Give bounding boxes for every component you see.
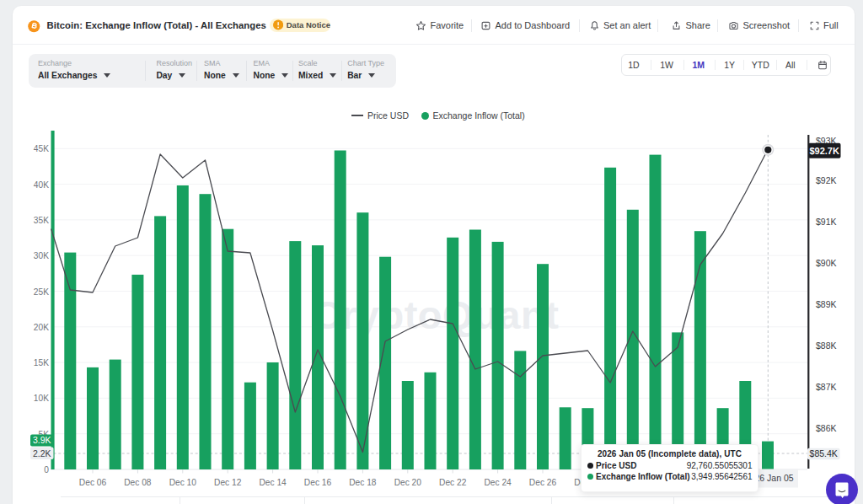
svg-text:$87K: $87K: [816, 382, 837, 392]
svg-text:CryptoQuant: CryptoQuant: [313, 292, 560, 337]
svg-text:Dec 22: Dec 22: [439, 478, 467, 487]
svg-text:$86K: $86K: [816, 423, 837, 433]
svg-text:$90K: $90K: [816, 258, 837, 268]
svg-text:45K: 45K: [34, 144, 49, 153]
svg-text:10K: 10K: [34, 394, 49, 403]
svg-text:20K: 20K: [34, 323, 49, 332]
svg-text:15K: 15K: [34, 358, 49, 367]
svg-text:Dec 24: Dec 24: [484, 478, 512, 487]
svg-text:Dec 16: Dec 16: [304, 478, 332, 487]
svg-text:35K: 35K: [34, 216, 49, 225]
svg-text:$92.7K: $92.7K: [809, 146, 839, 156]
svg-text:0: 0: [44, 465, 49, 475]
svg-text:25K: 25K: [34, 287, 49, 297]
svg-text:$85.4K: $85.4K: [810, 448, 838, 458]
svg-text:$88K: $88K: [816, 340, 837, 351]
svg-text:Dec 14: Dec 14: [259, 478, 287, 487]
svg-text:30K: 30K: [34, 251, 49, 260]
svg-text:$89K: $89K: [816, 299, 837, 309]
svg-text:Dec 20: Dec 20: [394, 478, 422, 487]
svg-text:Dec 26: Dec 26: [529, 478, 557, 487]
svg-text:3.9K: 3.9K: [33, 435, 51, 445]
svg-text:$92K: $92K: [816, 175, 837, 185]
svg-text:Dec 18: Dec 18: [349, 478, 377, 487]
svg-text:2.2K: 2.2K: [33, 448, 51, 458]
svg-text:40K: 40K: [34, 180, 49, 190]
svg-text:Dec 12: Dec 12: [214, 478, 242, 487]
svg-text:Dec 08: Dec 08: [124, 478, 152, 487]
svg-text:$91K: $91K: [816, 217, 837, 227]
svg-text:Dec 06: Dec 06: [79, 478, 107, 487]
svg-text:Dec 10: Dec 10: [169, 478, 197, 487]
